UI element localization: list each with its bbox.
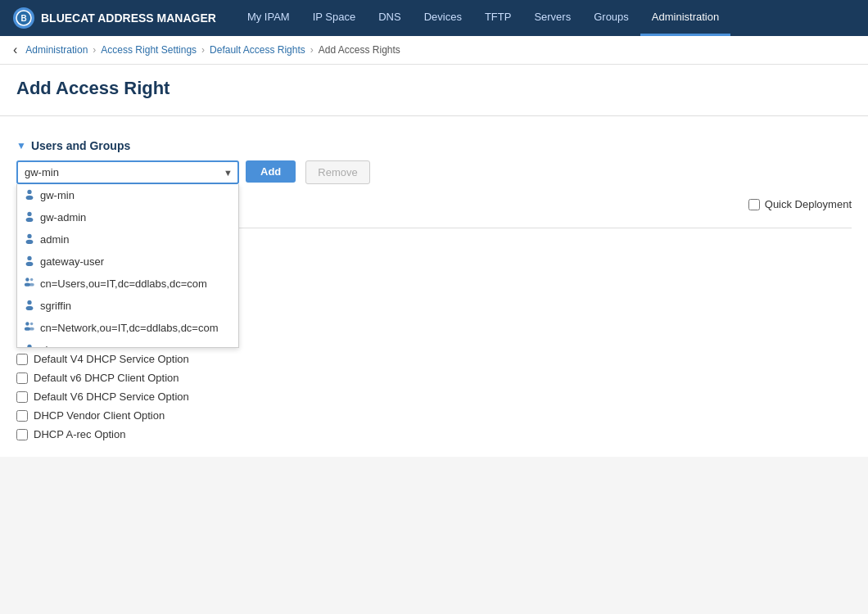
divider-top bbox=[0, 115, 868, 116]
list-item: DHCP A-rec Option bbox=[16, 425, 852, 444]
user-icon bbox=[24, 188, 35, 202]
svg-point-6 bbox=[27, 234, 31, 238]
list-item: Default v6 DHCP Client Option bbox=[16, 368, 852, 387]
dropdown-item-text: gw-min bbox=[40, 189, 75, 201]
breadcrumb-link-default-access-rights[interactable]: Default Access Rights bbox=[210, 44, 305, 56]
dropdown-item-text: cbrown bbox=[40, 344, 75, 348]
svg-point-10 bbox=[25, 278, 29, 281]
quick-deployment-checkbox[interactable] bbox=[748, 199, 760, 210]
user-icon bbox=[24, 233, 35, 246]
dropdown-item[interactable]: cbrown bbox=[17, 339, 238, 348]
dropdown-item[interactable]: sgriffin bbox=[17, 295, 238, 317]
svg-point-3 bbox=[26, 196, 34, 200]
dropdown-item[interactable]: gw-admin bbox=[17, 206, 238, 228]
users-groups-controls: ▼ gw-mingw-adminadmingateway-usercn=User… bbox=[16, 160, 852, 184]
nav-item-my-ipam[interactable]: My IPAM bbox=[236, 0, 301, 36]
dropdown-item-text: sgriffin bbox=[40, 300, 71, 312]
group-icon bbox=[24, 277, 35, 291]
deployment-item-label-3: Default V6 DHCP Service Option bbox=[34, 391, 189, 403]
nav-item-groups[interactable]: Groups bbox=[582, 0, 640, 36]
breadcrumb-sep-2: › bbox=[201, 44, 205, 56]
group-icon bbox=[24, 321, 35, 335]
svg-point-16 bbox=[25, 322, 29, 325]
deployment-item-label-4: DHCP Vendor Client Option bbox=[34, 409, 165, 422]
deployment-checkbox-2[interactable] bbox=[16, 372, 28, 384]
page-content: Add Access Right ▼ Users and Groups ▼ gw… bbox=[0, 65, 868, 457]
user-icon bbox=[24, 343, 35, 348]
dropdown-item[interactable]: gateway-user bbox=[17, 251, 238, 273]
deployment-checkbox-5[interactable] bbox=[16, 429, 28, 440]
main-nav: My IPAM IP Space DNS Devices TFTP Server… bbox=[236, 0, 730, 36]
app-title: BLUECAT ADDRESS MANAGER bbox=[41, 11, 216, 25]
user-dropdown-list: gw-mingw-adminadmingateway-usercn=Users,… bbox=[16, 184, 239, 348]
nav-item-dns[interactable]: DNS bbox=[367, 0, 412, 36]
svg-point-12 bbox=[30, 278, 34, 282]
breadcrumb-back-arrow[interactable]: ‹ bbox=[13, 43, 17, 57]
breadcrumb-link-administration[interactable]: Administration bbox=[25, 44, 88, 56]
nav-item-servers[interactable]: Servers bbox=[522, 0, 582, 36]
svg-text:B: B bbox=[20, 14, 26, 23]
user-icon bbox=[24, 299, 35, 313]
deployment-item-label-5: DHCP A-rec Option bbox=[34, 428, 125, 440]
dropdown-item-text: admin bbox=[40, 233, 69, 246]
deployment-checkbox-1[interactable] bbox=[16, 354, 28, 365]
list-item: Default V6 DHCP Service Option bbox=[16, 387, 852, 406]
dropdown-item-text: gw-admin bbox=[40, 211, 86, 223]
svg-point-13 bbox=[29, 283, 34, 287]
breadcrumb-current: Add Access Rights bbox=[319, 44, 400, 56]
breadcrumb-link-access-right-settings[interactable]: Access Right Settings bbox=[101, 44, 197, 56]
list-item: Default V4 DHCP Service Option bbox=[16, 350, 852, 368]
deployment-item-label-2: Default v6 DHCP Client Option bbox=[34, 372, 179, 384]
quick-deployment-label: Quick Deployment bbox=[765, 198, 852, 210]
dropdown-item-text: cn=Users,ou=IT,dc=ddlabs,dc=com bbox=[40, 278, 207, 290]
page-title: Add Access Right bbox=[16, 78, 852, 99]
svg-point-5 bbox=[26, 218, 34, 222]
svg-point-9 bbox=[26, 262, 34, 266]
user-search-input[interactable] bbox=[16, 160, 239, 184]
breadcrumb-sep-3: › bbox=[310, 44, 314, 56]
svg-point-14 bbox=[27, 300, 31, 305]
deployment-checkbox-3[interactable] bbox=[16, 391, 28, 403]
dropdown-item-text: cn=Network,ou=IT,dc=ddlabs,dc=com bbox=[40, 322, 219, 334]
svg-point-20 bbox=[27, 345, 31, 348]
user-icon bbox=[24, 210, 35, 224]
user-icon bbox=[24, 255, 35, 269]
deployment-checkbox-4[interactable] bbox=[16, 410, 28, 422]
deployment-item-label-1: Default V4 DHCP Service Option bbox=[34, 353, 189, 365]
dropdown-item-text: gateway-user bbox=[40, 255, 104, 268]
logo-icon: B bbox=[13, 7, 34, 29]
nav-item-tftp[interactable]: TFTP bbox=[473, 0, 523, 36]
quick-deployment-area: Quick Deployment bbox=[748, 198, 852, 210]
nav-item-administration[interactable]: Administration bbox=[640, 0, 730, 36]
svg-point-15 bbox=[26, 306, 34, 310]
breadcrumb-sep-1: › bbox=[93, 44, 96, 56]
top-bar: B BLUECAT ADDRESS MANAGER My IPAM IP Spa… bbox=[0, 0, 868, 36]
user-dropdown-wrapper: ▼ gw-mingw-adminadmingateway-usercn=User… bbox=[16, 160, 239, 184]
dropdown-item[interactable]: cn=Network,ou=IT,dc=ddlabs,dc=com bbox=[17, 317, 238, 339]
users-groups-header[interactable]: ▼ Users and Groups bbox=[16, 129, 852, 160]
svg-point-18 bbox=[30, 323, 34, 326]
svg-point-4 bbox=[27, 212, 31, 216]
logo-area: B BLUECAT ADDRESS MANAGER bbox=[13, 7, 216, 29]
svg-point-19 bbox=[29, 327, 34, 331]
breadcrumb: ‹ Administration › Access Right Settings… bbox=[0, 36, 868, 65]
svg-point-8 bbox=[27, 256, 31, 260]
dropdown-item[interactable]: cn=Users,ou=IT,dc=ddlabs,dc=com bbox=[17, 273, 238, 295]
users-groups-section: ▼ Users and Groups ▼ gw-mingw-adminadmin… bbox=[16, 129, 852, 228]
svg-point-2 bbox=[27, 190, 31, 194]
dropdown-item[interactable]: gw-min bbox=[17, 184, 238, 206]
users-groups-toggle-icon: ▼ bbox=[16, 140, 26, 151]
nav-item-devices[interactable]: Devices bbox=[413, 0, 473, 36]
list-item: DHCP Vendor Client Option bbox=[16, 406, 852, 425]
dropdown-item[interactable]: admin bbox=[17, 228, 238, 251]
nav-item-ip-space[interactable]: IP Space bbox=[301, 0, 368, 36]
svg-point-7 bbox=[26, 240, 34, 244]
add-button[interactable]: Add bbox=[246, 160, 296, 183]
users-groups-label: Users and Groups bbox=[31, 139, 130, 152]
remove-button: Remove bbox=[305, 160, 369, 184]
